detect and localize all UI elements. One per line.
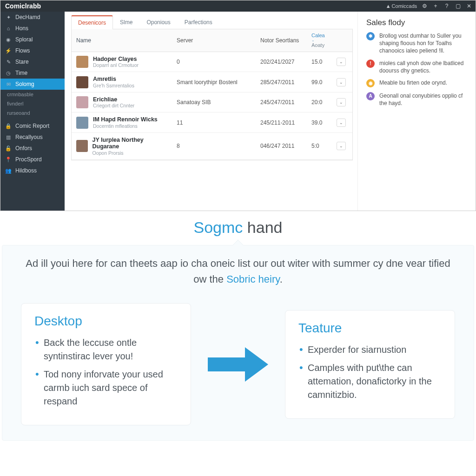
card-desktop: Desktop Back the leccuse ontle syntinsti… [21,303,191,425]
card-feature: Teature Experder for siarnustionCamples … [285,310,455,419]
card-desktop-title: Desktop [34,314,178,329]
status-icon: ! [366,60,375,68]
side-panel: Sales flody ✱ Brollog vost dumhar to Sul… [357,12,476,211]
app-window: Comiclrabb ▲ Comiccads ⚙ + ? ▢ ✕ ✦DecHam… [0,0,476,211]
home-icon: ⌂ [5,26,12,31]
bullet: Camples with put\the can attemation, don… [298,361,442,402]
row-menu-button[interactable]: ⌄ [337,119,346,127]
settings-icon[interactable]: ⚙ [421,2,428,10]
sidebar-item-hons[interactable]: ⌂Hons [0,23,65,34]
sidebar-item-stare[interactable]: ✎Stare [0,56,65,67]
sidebar-item-flows[interactable]: ⚡Flows [0,45,65,56]
status-icon: A [366,92,375,100]
sidepanel-item: A Geonall onal conyubiries opplio cf the… [366,92,468,107]
bullet: Back the leccuse ontle syntinstirac leve… [34,336,178,363]
table-row[interactable]: ErichliaeCriegort dirt Cnnter Sanatoay S… [72,93,352,112]
data-grid: Name Server Notor Seortlans Calea⌄ Aoaty… [71,29,353,160]
sidebar: ✦DecHamd⌂Hons◉Sploral⚡Flows✎Stare◷Time✉S… [0,12,65,211]
marketing-hero: Ad ill youi here for can theets aap io c… [2,245,474,441]
sidepanel-title: Sales flody [366,18,468,27]
marketing-lead: Ad ill youi here for can theets aap io c… [21,256,455,287]
tab-parfections[interactable]: Parfections [178,15,219,29]
sidebar-item-solomg[interactable]: ✉Solomg [0,79,65,90]
sidebar-item-time[interactable]: ◷Time [0,67,65,79]
sidebar-item-hildboss[interactable]: 👥Hildboss [0,165,65,176]
avatar [76,117,88,129]
status-icon: ◉ [366,79,375,87]
lead-link[interactable]: Sobric heiry [226,273,280,285]
row-menu-button[interactable]: ⌄ [337,142,346,150]
row-menu-button[interactable]: ⌄ [337,98,346,106]
sidepanel-item: ! mioles call ynoh dow ohe lbatliced doo… [366,60,468,74]
titlebar-controls: ▲ Comiccads ⚙ + ? ▢ ✕ [386,2,473,10]
table-row[interactable]: IM Hapd Rennoir WicksDocerntin mfleatlon… [72,112,352,132]
avatar [76,76,88,88]
marketing-section: Sogmc hand Ad ill youi here for can thee… [0,211,476,455]
marketing-title: Sogmc hand [0,218,476,237]
main-pane: DesenicorsSlmeOponiousParfections Name S… [65,12,357,211]
col-notor[interactable]: Notor Seortlans [256,33,307,47]
arrow-icon [203,344,273,385]
tab-slme[interactable]: Slme [113,15,139,29]
titlebar: Comiclrabb ▲ Comiccads ⚙ + ? ▢ ✕ [0,0,476,12]
sidebar-item-procspord[interactable]: 📍ProcSpord [0,154,65,165]
bolt-icon: ⚡ [5,48,12,54]
grid-header: Name Server Notor Seortlans Calea⌄ Aoaty [72,29,352,52]
dash-icon: ✦ [5,14,12,20]
plus-icon[interactable]: + [432,2,439,10]
row-menu-button[interactable]: ⌄ [337,78,346,86]
avatar [76,140,88,152]
users-icon: 👥 [5,168,12,174]
col-caloa[interactable]: Calea⌄ Aoaty [307,29,332,52]
tabs: DesenicorsSlmeOponiousParfections [71,15,353,29]
status-icon: ✱ [366,32,375,40]
card-feature-title: Teature [298,321,442,336]
clock-icon: ◷ [5,70,12,76]
unlock-icon: 🔓 [5,145,12,152]
help-icon[interactable]: ? [443,2,450,10]
window-icon[interactable]: ▢ [454,2,462,10]
close-icon[interactable]: ✕ [465,2,473,10]
pencil-icon: ✎ [5,59,12,65]
sidebar-item-sploral[interactable]: ◉Sploral [0,34,65,45]
sidebar-item-recallyous[interactable]: ▥Recallyous [0,132,65,143]
pin-icon: 📍 [5,157,12,163]
avatar [76,96,88,108]
sidebar-item-comic report[interactable]: 🔒Comic Report [0,120,65,132]
table-row[interactable]: JY Iurplea Northey DugaraneOopon Prorsis… [72,133,352,160]
avatar [76,56,88,68]
mail-icon: ✉ [5,81,12,87]
circle-icon: ◉ [5,37,12,43]
bars-icon: ▥ [5,134,12,140]
col-name[interactable]: Name [72,33,172,47]
table-row[interactable]: Hadoper ClayesDoparrl anl Crmotuor 0 202… [72,52,352,72]
lock-icon: 🔒 [5,123,12,129]
bullet: Tod nony inforvate your used carmb iuch … [34,368,178,408]
app-brand: Comiclrabb [3,1,43,11]
tab-oponious[interactable]: Oponious [139,15,177,29]
sidebar-sub-fivnderl[interactable]: fivnderl [0,99,65,108]
sidebar-sub-crmnbasble[interactable]: crmnbasble [0,90,65,99]
bullet: Experder for siarnustion [298,343,442,357]
account-label[interactable]: ▲ Comiccads [386,3,417,9]
sidepanel-item: ✱ Brollog vost dumhar to Suller you shap… [366,32,468,55]
sidebar-item-onfors[interactable]: 🔓Onfors [0,143,65,154]
row-menu-button[interactable]: ⌄ [337,58,346,66]
sidebar-item-dechamd[interactable]: ✦DecHamd [0,12,65,23]
sidebar-sub-rurseoand[interactable]: rurseoand [0,108,65,118]
sidepanel-item: ◉ Meable bu firten ode orynd. [366,79,468,87]
col-server[interactable]: Server [172,33,256,47]
tab-desenicors[interactable]: Desenicors [71,15,113,29]
table-row[interactable]: AmretlisGre'h Ssmrentalios Smant looryth… [72,72,352,92]
